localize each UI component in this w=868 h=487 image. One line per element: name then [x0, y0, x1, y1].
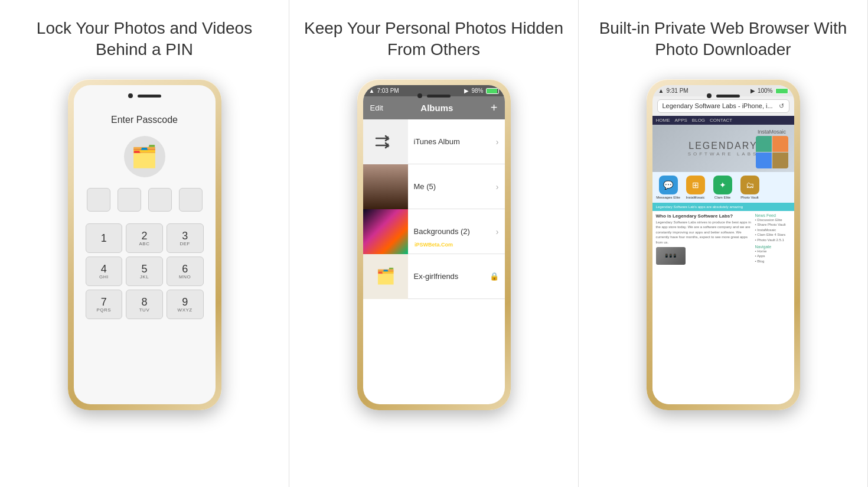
messages-icon: 💬	[659, 176, 678, 194]
photovault-icon: 🗂	[740, 176, 759, 194]
who-heading: Who is Legendary Software Labs?	[656, 213, 752, 219]
speaker-bar-2	[427, 95, 451, 98]
app-photovault: 🗂 Photo Vault	[738, 176, 762, 199]
news-item-1: • Discussion Elite	[755, 217, 791, 222]
webpage-content: Who is Legendary Software Labs? Legendar…	[652, 211, 794, 267]
wifi-icon: ▲	[369, 87, 375, 94]
add-album-button[interactable]: +	[491, 101, 498, 115]
album-name-me: Me (5)	[414, 182, 496, 191]
album-item-me[interactable]: Me (5) ›	[363, 164, 505, 209]
album-name-itunes: iTunes Album	[414, 137, 496, 146]
app-clam: ✦ Clam Elite	[710, 176, 735, 199]
passcode-dots	[87, 188, 203, 212]
webpage: HOME APPS BLOG CONTACT LEGENDARY SOFTWAR…	[652, 116, 794, 404]
nav-home: HOME	[656, 118, 670, 123]
album-item-itunes[interactable]: iTunes Album ›	[363, 119, 505, 164]
hero-subtitle: SOFTWARE LABS	[688, 151, 759, 157]
phone-2: ▲ 7:03 PM ▶ 98% Edit Albums +	[357, 79, 511, 410]
nav-apps: APPS	[675, 118, 687, 123]
vault-icon: 🗂️	[124, 136, 165, 177]
battery-fill-3	[776, 89, 788, 93]
phone-3-inner: ▲ 9:31 PM ▶ 100% Legendary Software Labs…	[652, 85, 794, 404]
key-5[interactable]: 5JKL	[126, 257, 163, 286]
battery-percent: 98%	[471, 87, 483, 94]
hero-logo: LEGENDARY SOFTWARE LABS	[688, 141, 759, 157]
grid-cell-2	[772, 136, 788, 152]
reload-icon[interactable]: ↺	[779, 102, 784, 110]
dot-4	[179, 188, 203, 212]
who-text: Legendary Software Labs strives to produ…	[656, 220, 752, 245]
browser-time: 9:31 PM	[666, 87, 688, 94]
key-6[interactable]: 6MNO	[167, 257, 204, 286]
dot-1	[87, 188, 110, 212]
phone-3-top	[707, 93, 740, 98]
phone-2-top	[417, 93, 451, 98]
edit-button[interactable]: Edit	[370, 103, 383, 112]
key-3[interactable]: 3DEF	[167, 223, 204, 253]
shuffle-icon	[375, 134, 396, 150]
address-bar[interactable]: Legendary Software Labs - iPhone, i... ↺	[657, 99, 789, 113]
speaker-bar	[138, 95, 161, 98]
webpage-nav: HOME APPS BLOG CONTACT	[652, 116, 794, 125]
status-time: 7:03 PM	[377, 87, 399, 94]
album-list: iTunes Album › Me (5) ›	[363, 119, 505, 404]
hero-title: LEGENDARY	[688, 141, 759, 151]
news-item-4: • Clam Elite 4 Stars	[755, 232, 791, 237]
grid-cell-3	[756, 152, 772, 168]
camera-dot-2	[417, 93, 422, 98]
key-7[interactable]: 7PQRS	[86, 290, 123, 319]
battery-bar	[486, 88, 499, 94]
location-icon: ▶	[750, 87, 755, 94]
passcode-title: Enter Passcode	[111, 115, 178, 125]
albums-screen: ▲ 7:03 PM ▶ 98% Edit Albums +	[363, 85, 505, 404]
cyan-bar: Legendary Software Lab's apps are absolu…	[652, 203, 794, 211]
phones-promo: 📱📱📱	[656, 247, 752, 265]
app-instamosaic: ⊞ InstaMosaic	[683, 176, 708, 199]
phone-3: ▲ 9:31 PM ▶ 100% Legendary Software Labs…	[647, 79, 800, 410]
navigate-heading: Navigate	[755, 245, 791, 249]
panel2-title: Keep Your Personal Photos Hidden From Ot…	[301, 18, 566, 65]
album-item-backgrounds[interactable]: Backgrounds (2) ›	[363, 209, 505, 254]
dot-2	[118, 188, 141, 212]
album-item-ex[interactable]: 🗂️ Ex-girlfriends 🔒	[363, 254, 505, 299]
chevron-icon-itunes: ›	[496, 137, 499, 147]
instamosaic-label: InstaMosaic	[756, 129, 788, 135]
key-8[interactable]: 8TUV	[126, 290, 163, 319]
battery-bar-3	[775, 88, 788, 94]
wifi-icon-3: ▲	[658, 87, 664, 94]
key-1[interactable]: 1	[86, 223, 123, 253]
key-4[interactable]: 4GHI	[86, 257, 123, 286]
instamosaic-icon-label: InstaMosaic	[686, 196, 704, 199]
clam-icon: ✦	[713, 176, 732, 194]
nav-contact: CONTACT	[710, 118, 732, 123]
phone-1-top	[128, 93, 161, 98]
key-2[interactable]: 2ABC	[126, 223, 163, 253]
phones-image: 📱📱📱	[656, 247, 686, 265]
album-thumb-itunes	[363, 119, 408, 164]
panel-browser: Built-in Private Web Browser With Photo …	[579, 0, 868, 487]
album-info-ex: Ex-girlfriends	[408, 272, 490, 281]
cyan-text: Legendary Software Lab's apps are absolu…	[656, 205, 743, 209]
battery-fill	[487, 89, 497, 93]
albums-nav-title: Albums	[420, 103, 453, 113]
chevron-icon-backgrounds: ›	[496, 227, 499, 236]
album-thumb-backgrounds	[363, 209, 408, 254]
chevron-icon-me: ›	[496, 182, 499, 191]
clam-label: Clam Elite	[714, 196, 730, 199]
app-icons-row: 💬 Messages Elite ⊞ InstaMosaic ✦ Clam El…	[652, 172, 794, 203]
insta-mosaic-grid	[756, 136, 788, 168]
albums-nav: Edit Albums +	[363, 96, 505, 119]
instamosaic-promo: InstaMosaic	[756, 129, 788, 168]
news-item-2: • Share Photo Vault	[755, 222, 791, 227]
messages-label: Messages Elite	[656, 196, 680, 199]
nav-item-apps: • Apps	[755, 254, 791, 258]
signal-icon: ▶	[464, 87, 469, 94]
nav-item-blog: • Blog	[755, 259, 791, 264]
webpage-hero: LEGENDARY SOFTWARE LABS InstaMosaic	[652, 125, 794, 172]
browser-status-right: ▶ 100%	[750, 87, 788, 94]
lock-icon-ex: 🔒	[490, 272, 499, 281]
key-9[interactable]: 9WXYZ	[167, 290, 204, 319]
webpage-right: News Feed • Discussion Elite • Share Pho…	[755, 213, 791, 265]
browser-screen: ▲ 9:31 PM ▶ 100% Legendary Software Labs…	[652, 85, 794, 404]
album-info-itunes: iTunes Album	[408, 137, 496, 146]
